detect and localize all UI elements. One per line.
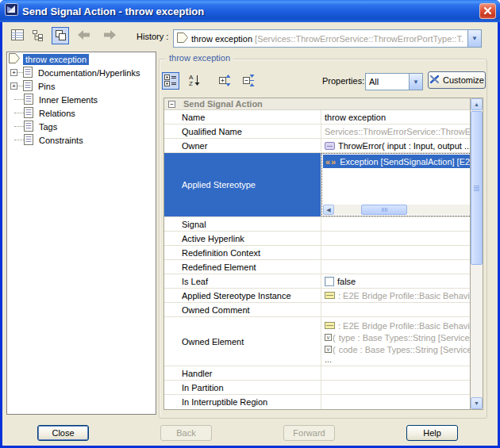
owned-element-item[interactable]: v( type : Base Types::String [Services: [325, 331, 470, 343]
back-button-toolbar[interactable] [75, 27, 93, 44]
stereotype-list-editor[interactable]: «» Exception [SendSignalAction] [E2 ◀ ▶ [321, 153, 470, 216]
vertical-scrollbar[interactable]: ▲ ▼ [470, 98, 483, 409]
tree-item-relations[interactable]: Relations [7, 106, 156, 120]
history-value: throw exception [Services::ThrowErrorSer… [191, 34, 464, 44]
property-label: Owned Comment [164, 303, 321, 316]
property-value[interactable]: false [321, 274, 470, 288]
scrollbar-thumb[interactable] [361, 205, 407, 215]
table-row-in-partition[interactable]: In Partition [164, 381, 470, 395]
property-value[interactable] [321, 217, 470, 231]
element-tree[interactable]: throw exception + Documentation/Hyperlin… [6, 52, 156, 415]
property-value[interactable] [321, 232, 470, 245]
is-leaf-checkbox[interactable] [325, 277, 334, 286]
tree-item-inner-elements[interactable]: Inner Elements [7, 93, 156, 106]
tree-connector [14, 140, 24, 140]
properties-rows: − Send Signal Action Name throw exceptio… [164, 98, 470, 409]
table-row-owned-comment[interactable]: Owned Comment [164, 303, 470, 317]
table-row-applied-stereotype[interactable]: Applied Stereotype «» Exception [SendSig… [164, 153, 470, 217]
table-row-active-hyperlink[interactable]: Active Hyperlink [164, 232, 470, 246]
form-view-button[interactable] [9, 27, 26, 44]
properties-filter-combobox[interactable]: All ▼ [365, 73, 423, 90]
table-row-redefinition-context[interactable]: Redefinition Context [164, 246, 470, 260]
form-view-icon [11, 29, 24, 42]
tree-connector [14, 99, 24, 100]
tree-view-icon [32, 29, 44, 43]
owned-element-item[interactable]: : E2E Bridge Profile::Basic Behaviour [325, 320, 470, 331]
stack-view-button[interactable] [52, 27, 69, 44]
tree-item-label: Constraints [37, 135, 86, 146]
table-row-name[interactable]: Name throw exception [164, 110, 470, 124]
property-value: : E2E Bridge Profile::Basic Behavi... [321, 289, 470, 302]
app-icon [5, 3, 18, 19]
back-button[interactable]: Back [160, 425, 212, 441]
table-row-qualified-name[interactable]: Qualified Name Services::ThrowErrorServi… [164, 124, 470, 139]
table-row-owned-element[interactable]: Owned Element : E2E Bridge Profile::Basi… [164, 317, 470, 366]
stack-view-icon [55, 29, 67, 43]
categorized-view-button[interactable] [162, 72, 179, 90]
property-value [321, 381, 470, 394]
scroll-up-button[interactable]: ▲ [471, 98, 483, 110]
table-row-is-leaf[interactable]: Is Leaf false [164, 274, 470, 289]
property-label: Is Leaf [164, 274, 321, 288]
expand-icon[interactable]: + [10, 82, 17, 90]
table-row-applied-stereotype-instance[interactable]: Applied Stereotype Instance : E2E Bridge… [164, 289, 470, 303]
title-bar[interactable]: Send Signal Action - throw exception [0, 0, 500, 22]
table-row-in-interruptible-region[interactable]: In Interruptible Region [164, 395, 470, 409]
property-label: Handler [164, 366, 321, 380]
tree-item-pins[interactable]: + Pins [7, 79, 156, 93]
customize-button[interactable]: Customize [428, 71, 486, 89]
properties-table: − Send Signal Action Name throw exceptio… [163, 98, 483, 410]
scroll-left-button[interactable]: ◀ [323, 205, 334, 215]
tree-item-documentation[interactable]: + Documentation/Hyperlinks [7, 66, 156, 79]
expand-all-icon [219, 75, 231, 88]
stereotype-list-item[interactable]: «» Exception [SendSignalAction] [E2 [323, 155, 470, 168]
table-row-handler[interactable]: Handler [164, 366, 470, 381]
section-header-row[interactable]: − Send Signal Action [164, 98, 470, 110]
history-dropdown-button[interactable]: ▼ [467, 30, 481, 47]
tree-item-label: Inner Elements [37, 94, 100, 105]
property-value[interactable]: throw exception [321, 110, 470, 124]
tree-item-label: Documentation/Hyperlinks [36, 67, 142, 78]
expand-all-button[interactable] [216, 72, 233, 90]
document-icon [23, 67, 33, 79]
owned-element-item[interactable]: v( code : Base Types::String [Services: [325, 343, 470, 355]
forward-button-toolbar[interactable] [101, 27, 118, 44]
document-icon [23, 80, 33, 93]
close-button[interactable] [479, 3, 496, 19]
property-value[interactable]: ThrowError( input : Input, output ... [321, 139, 470, 152]
collapse-section-icon[interactable]: − [168, 101, 175, 108]
property-label: Applied Stereotype [164, 153, 321, 216]
property-value [321, 260, 470, 274]
property-label: Qualified Name [164, 124, 321, 138]
history-combobox[interactable]: throw exception [Services::ThrowErrorSer… [173, 29, 482, 48]
svg-text:Z: Z [189, 80, 193, 86]
close-dialog-button[interactable]: Close [37, 425, 89, 441]
properties-filter-dropdown-button[interactable]: ▼ [409, 74, 422, 90]
table-row-redefined-element[interactable]: Redefined Element [164, 260, 470, 274]
tree-view-button[interactable] [29, 27, 47, 44]
forward-arrow-icon [103, 30, 116, 41]
horizontal-scrollbar[interactable]: ◀ ▶ [323, 205, 470, 215]
property-value [321, 246, 470, 259]
owned-element-more[interactable]: ... [325, 355, 332, 362]
tree-item-constraints[interactable]: Constraints [7, 133, 156, 147]
help-button[interactable]: Help [406, 425, 458, 441]
stereotype-icon: «» [325, 157, 337, 167]
table-row-owner[interactable]: Owner ThrowError( input : Input, output … [164, 139, 470, 153]
scroll-down-button[interactable]: ▼ [471, 397, 483, 409]
property-label: Applied Stereotype Instance [164, 289, 321, 302]
signal-icon [9, 53, 20, 65]
scrollbar-thumb[interactable] [471, 111, 483, 265]
expand-icon[interactable]: + [10, 69, 17, 76]
dialog-body: History : throw exception [Services::Thr… [2, 22, 498, 446]
document-icon [24, 134, 33, 147]
tree-item-tags[interactable]: Tags [7, 120, 156, 133]
tree-item-throw-exception[interactable]: throw exception [7, 52, 156, 66]
collapse-all-button[interactable] [240, 72, 257, 90]
forward-button[interactable]: Forward [283, 425, 335, 441]
table-row-signal[interactable]: Signal [164, 217, 470, 232]
property-label: In Partition [164, 381, 321, 394]
instance-icon [325, 292, 335, 299]
sort-alphabetic-button[interactable]: AZ [186, 72, 203, 90]
is-leaf-value: false [337, 277, 356, 286]
